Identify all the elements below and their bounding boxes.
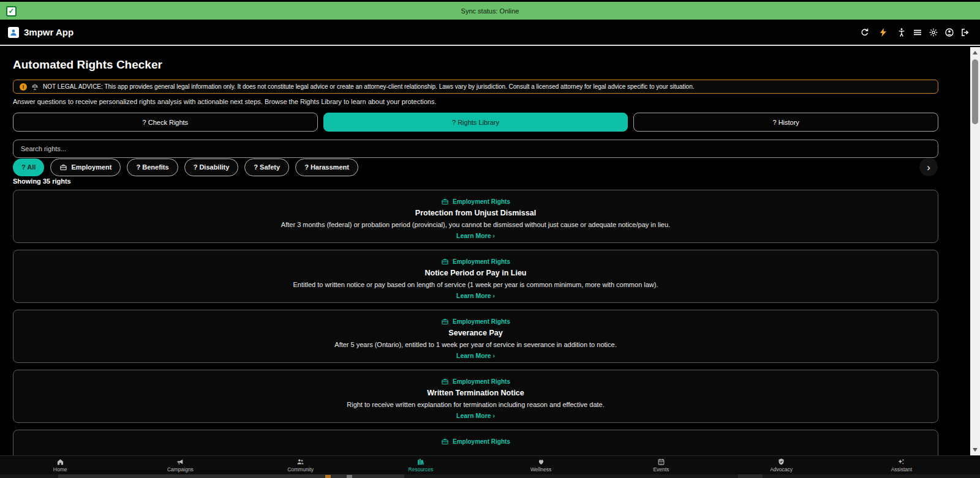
- right-title: Severance Pay: [448, 329, 502, 338]
- rights-list: Employment Rights Protection from Unjust…: [13, 190, 938, 478]
- filter-chip-all[interactable]: ? All: [13, 159, 44, 176]
- shield-check-icon: [777, 458, 786, 466]
- right-description: After 3 months (federal) or probation pe…: [281, 221, 670, 229]
- filter-chip-label: Employment: [71, 163, 111, 171]
- filter-chip-label: ? Safety: [254, 163, 280, 171]
- category-badge: Employment Rights: [441, 438, 510, 446]
- nav-label: Home: [53, 466, 67, 472]
- nav-item-events[interactable]: Events: [601, 456, 721, 474]
- tab-rights-library[interactable]: ? Rights Library: [323, 113, 628, 132]
- results-count: Showing 35 rights: [13, 177, 71, 185]
- legal-disclaimer-text: NOT LEGAL ADVICE: This app provides gene…: [43, 83, 695, 90]
- filter-chip-disability[interactable]: ? Disability: [184, 159, 239, 176]
- refresh-icon[interactable]: [859, 27, 870, 38]
- logout-icon[interactable]: [960, 27, 971, 38]
- filter-chip-label: ? Disability: [194, 163, 230, 171]
- taskbar-sliver: [0, 474, 980, 478]
- app-title: 3mpwr App: [24, 27, 74, 37]
- category-filters: ? All Employment ? Benefits ? Disability…: [13, 158, 358, 176]
- briefcase-icon: [59, 163, 67, 171]
- warning-icon: !: [20, 83, 27, 91]
- app-header: 3mpwr App: [0, 20, 980, 46]
- right-title: Written Termination Notice: [427, 389, 524, 398]
- megaphone-icon: [176, 458, 185, 466]
- category-badge: Employment Rights: [441, 258, 510, 266]
- filter-chip-label: ? Benefits: [136, 163, 168, 171]
- mode-tabs: ? Check Rights ? Rights Library ? Histor…: [13, 113, 938, 132]
- nav-label: Community: [287, 466, 314, 472]
- scrollbar-thumb[interactable]: [972, 59, 978, 124]
- tab-check-rights[interactable]: ? Check Rights: [13, 113, 318, 132]
- vertical-scrollbar[interactable]: [970, 47, 980, 455]
- calendar-icon: [657, 458, 666, 466]
- category-badge: Employment Rights: [441, 198, 510, 206]
- sparkles-icon: [897, 458, 906, 466]
- taskbar-segment: [58, 474, 404, 478]
- category-badge: Employment Rights: [441, 318, 510, 326]
- taskbar-app-indicator: [347, 475, 352, 478]
- search-input[interactable]: [13, 140, 938, 158]
- nav-label: Events: [653, 466, 669, 472]
- nav-item-home[interactable]: Home: [0, 456, 120, 474]
- right-title: Notice Period or Pay in Lieu: [424, 269, 526, 278]
- learn-more-link[interactable]: Learn More ›: [456, 412, 495, 420]
- settings-gear-icon[interactable]: [928, 27, 939, 38]
- accessibility-icon[interactable]: [896, 27, 907, 38]
- briefcase-icon: [441, 378, 449, 386]
- category-label: Employment Rights: [453, 198, 510, 205]
- scrollbar-down-arrow[interactable]: [973, 448, 978, 452]
- taskbar-app-indicator: [325, 475, 331, 478]
- chips-scroll-right-button[interactable]: ›: [919, 158, 938, 176]
- right-title: Protection from Unjust Dismissal: [415, 209, 536, 218]
- heart-icon: [537, 458, 546, 466]
- nav-label: Advocacy: [770, 466, 793, 472]
- people-icon: [296, 458, 305, 466]
- filter-chip-employment[interactable]: Employment: [50, 159, 121, 176]
- chevron-right-icon: ›: [927, 162, 930, 173]
- right-description: Entitled to written notice or pay based …: [293, 281, 658, 289]
- filter-chip-label: ? Harassment: [304, 163, 349, 171]
- right-card[interactable]: Employment Rights Severance Pay After 5 …: [13, 310, 938, 363]
- legal-disclaimer-banner: ! NOT LEGAL ADVICE: This app provides ge…: [13, 80, 938, 94]
- filter-chip-harassment[interactable]: ? Harassment: [295, 159, 358, 176]
- nav-item-wellness[interactable]: Wellness: [481, 456, 601, 474]
- filter-chip-safety[interactable]: ? Safety: [244, 159, 289, 176]
- learn-more-link[interactable]: Learn More ›: [456, 292, 495, 300]
- page-title: Automated Rights Checker: [13, 58, 162, 72]
- filter-chip-benefits[interactable]: ? Benefits: [127, 159, 178, 176]
- menu-icon[interactable]: [912, 27, 923, 38]
- briefcase-icon: [441, 438, 449, 446]
- account-icon[interactable]: [944, 27, 955, 38]
- header-actions: [859, 27, 972, 38]
- nav-label: Resources: [409, 466, 434, 472]
- right-card[interactable]: Employment Rights Written Termination No…: [13, 370, 938, 423]
- scrollbar-up-arrow[interactable]: [973, 51, 978, 54]
- category-label: Employment Rights: [453, 258, 510, 265]
- sync-status-bar: ✓ Sync status: Online: [0, 0, 980, 20]
- taskbar-segment: [738, 474, 763, 478]
- category-badge: Employment Rights: [441, 378, 510, 386]
- sync-status-text: Sync status: Online: [461, 7, 519, 15]
- tab-history[interactable]: ? History: [633, 113, 938, 132]
- boost-lightning-icon[interactable]: [878, 27, 889, 38]
- books-icon: [416, 458, 425, 466]
- nav-item-advocacy[interactable]: Advocacy: [722, 456, 842, 474]
- scales-of-justice-icon: [31, 83, 39, 91]
- nav-item-campaigns[interactable]: Campaigns: [120, 456, 240, 474]
- right-card[interactable]: Employment Rights Notice Period or Pay i…: [13, 250, 938, 303]
- category-label: Employment Rights: [453, 378, 510, 385]
- nav-item-community[interactable]: Community: [241, 456, 361, 474]
- category-label: Employment Rights: [453, 438, 510, 445]
- briefcase-icon: [441, 258, 449, 266]
- category-label: Employment Rights: [453, 318, 510, 325]
- filter-chip-label: ? All: [21, 163, 36, 171]
- right-card[interactable]: Employment Rights Protection from Unjust…: [13, 190, 938, 243]
- right-description: Right to receive written explanation for…: [347, 401, 605, 409]
- nav-label: Assistant: [891, 466, 913, 472]
- briefcase-icon: [441, 198, 449, 206]
- learn-more-link[interactable]: Learn More ›: [456, 352, 495, 360]
- bottom-navigation: Home Campaigns Community Resources Welln…: [0, 455, 980, 474]
- nav-item-assistant[interactable]: Assistant: [842, 456, 962, 474]
- learn-more-link[interactable]: Learn More ›: [456, 232, 495, 240]
- nav-item-resources[interactable]: Resources: [361, 456, 481, 474]
